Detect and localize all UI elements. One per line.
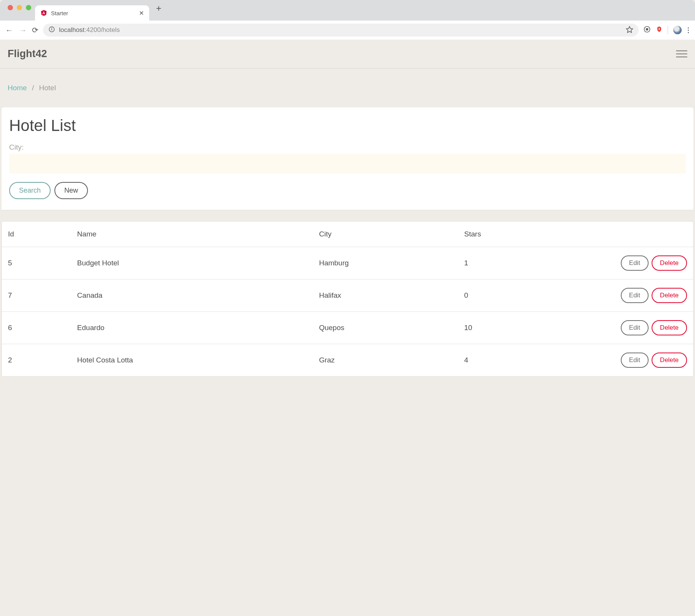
search-card: Hotel List City: Search New [2, 107, 693, 210]
cell-stars: 10 [458, 312, 528, 344]
bookmark-star-icon[interactable] [626, 26, 633, 35]
cell-actions: EditDelete [527, 344, 693, 377]
cell-city: Quepos [313, 312, 458, 344]
cell-city: Hamburg [313, 247, 458, 279]
url-text: localhost:4200/hotels [59, 26, 622, 34]
cell-name: Budget Hotel [71, 247, 313, 279]
cell-id: 7 [2, 279, 71, 312]
cell-actions: EditDelete [527, 312, 693, 344]
tab-strip: Starter ✕ + [0, 0, 695, 21]
breadcrumb: Home / Hotel [0, 69, 695, 107]
cell-stars: 0 [458, 279, 528, 312]
browser-toolbar: ← → ⟳ localhost:4200/hotels [0, 21, 695, 40]
breadcrumb-current: Hotel [39, 84, 56, 92]
table-header-row: Id Name City Stars [2, 222, 693, 247]
cell-city: Halifax [313, 279, 458, 312]
table-row: 2Hotel Costa LottaGraz4EditDelete [2, 344, 693, 377]
browser-chrome: Starter ✕ + ← → ⟳ localhost:4200/hotels [0, 0, 695, 40]
new-button[interactable]: New [54, 182, 88, 199]
browser-tab[interactable]: Starter ✕ [35, 5, 149, 21]
delete-button[interactable]: Delete [652, 353, 687, 368]
new-tab-button[interactable]: + [156, 3, 161, 14]
hotel-table: Id Name City Stars 5Budget HotelHamburg1… [2, 222, 693, 376]
delete-button[interactable]: Delete [652, 288, 687, 303]
edit-button[interactable]: Edit [621, 353, 649, 368]
hamburger-menu-button[interactable] [676, 50, 687, 57]
extension-icon-2[interactable] [655, 26, 663, 35]
profile-avatar[interactable] [673, 26, 682, 34]
table-row: 5Budget HotelHamburg1EditDelete [2, 247, 693, 279]
table-row: 6EduardoQuepos10EditDelete [2, 312, 693, 344]
delete-button[interactable]: Delete [652, 320, 687, 335]
profile-section [668, 26, 682, 34]
results-table-card: Id Name City Stars 5Budget HotelHamburg1… [2, 221, 693, 377]
back-button[interactable]: ← [5, 26, 14, 35]
cell-name: Eduardo [71, 312, 313, 344]
page-title: Hotel List [9, 116, 686, 135]
extension-icon-1[interactable] [643, 26, 651, 35]
header-actions [527, 222, 693, 247]
browser-menu-button[interactable] [686, 27, 690, 33]
cell-id: 6 [2, 312, 71, 344]
cell-id: 5 [2, 247, 71, 279]
edit-button[interactable]: Edit [621, 255, 649, 271]
app-root: Flight42 Home / Hotel Hotel List City: S… [0, 40, 695, 377]
cell-stars: 4 [458, 344, 528, 377]
maximize-window-button[interactable] [26, 5, 31, 10]
breadcrumb-separator: / [32, 84, 34, 92]
edit-button[interactable]: Edit [621, 320, 649, 335]
header-name: Name [71, 222, 313, 247]
svg-point-5 [646, 28, 648, 30]
angular-icon [40, 10, 47, 16]
svg-rect-6 [659, 28, 660, 30]
toolbar-divider [668, 26, 668, 34]
header-id: Id [2, 222, 71, 247]
app-navbar: Flight42 [0, 40, 695, 69]
edit-button[interactable]: Edit [621, 288, 649, 303]
cell-stars: 1 [458, 247, 528, 279]
cell-name: Canada [71, 279, 313, 312]
info-icon[interactable] [48, 26, 55, 35]
tab-title: Starter [51, 10, 139, 16]
close-tab-icon[interactable]: ✕ [139, 10, 144, 17]
cell-actions: EditDelete [527, 247, 693, 279]
table-row: 7CanadaHalifax0EditDelete [2, 279, 693, 312]
button-row: Search New [9, 182, 686, 199]
cell-actions: EditDelete [527, 279, 693, 312]
header-stars: Stars [458, 222, 528, 247]
minimize-window-button[interactable] [17, 5, 22, 10]
window-controls [5, 5, 35, 16]
city-input[interactable] [9, 154, 686, 174]
svg-point-2 [52, 28, 52, 28]
cell-city: Graz [313, 344, 458, 377]
address-bar[interactable]: localhost:4200/hotels [43, 24, 639, 37]
cell-name: Hotel Costa Lotta [71, 344, 313, 377]
city-label: City: [9, 143, 686, 152]
header-city: City [313, 222, 458, 247]
close-window-button[interactable] [8, 5, 13, 10]
reload-button[interactable]: ⟳ [32, 26, 38, 35]
forward-button: → [18, 26, 27, 35]
search-button[interactable]: Search [9, 182, 51, 199]
svg-marker-3 [626, 26, 633, 32]
breadcrumb-home-link[interactable]: Home [8, 84, 27, 92]
delete-button[interactable]: Delete [652, 255, 687, 271]
brand-title: Flight42 [8, 48, 47, 60]
cell-id: 2 [2, 344, 71, 377]
